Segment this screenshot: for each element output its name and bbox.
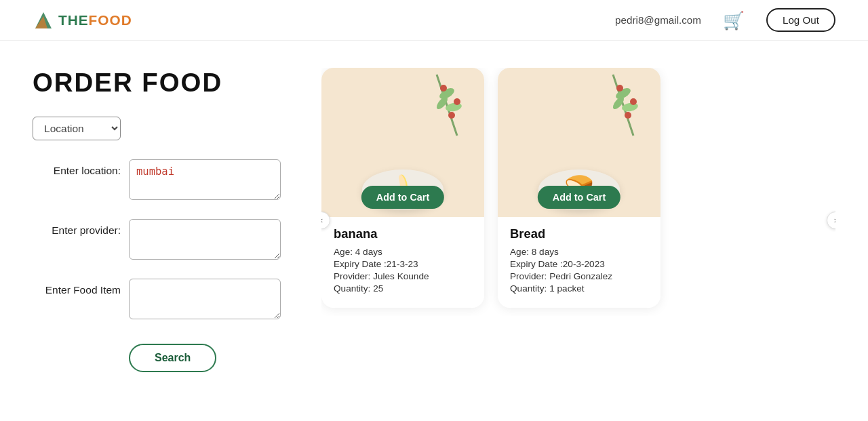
card-provider-banana: Provider: Jules Kounde — [334, 271, 472, 281]
add-to-cart-banana[interactable]: Add to Cart — [361, 186, 444, 209]
location-row: Enter location: mumbai — [33, 159, 281, 200]
add-to-cart-bread[interactable]: Add to Cart — [538, 186, 620, 209]
svg-point-15 — [625, 112, 631, 119]
svg-point-14 — [630, 98, 637, 105]
food-item-input[interactable] — [129, 279, 281, 319]
card-provider-bread: Provider: Pedri Gonzalez — [510, 271, 648, 281]
svg-point-8 — [448, 112, 455, 119]
svg-point-7 — [454, 98, 460, 105]
card-image-bread: 🍞 Add to Cart — [498, 68, 660, 217]
provider-label: Enter provider: — [33, 219, 121, 237]
card-expiry-bread: Expiry Date :20-3-2023 — [510, 259, 648, 269]
card-name-banana: banana — [334, 226, 472, 241]
location-input[interactable]: mumbai — [129, 159, 281, 200]
location-label: Enter location: — [33, 159, 121, 177]
card-age-bread: Age: 8 days — [510, 247, 648, 257]
search-button[interactable]: Search — [129, 344, 216, 372]
card-name-bread: Bread — [510, 226, 648, 241]
provider-row: Enter provider: — [33, 219, 281, 260]
left-panel: ORDER FOOD Location Mumbai Delhi Bangalo… — [33, 68, 281, 372]
user-email: pedri8@gmail.com — [615, 14, 701, 26]
cards-wrapper: 🍌 Add to Cart banana Age: 4 days Expiry … — [321, 68, 835, 316]
page-title: ORDER FOOD — [33, 68, 281, 98]
card-age-banana: Age: 4 days — [334, 247, 472, 257]
olive-branch-icon — [389, 68, 484, 163]
card-quantity-banana: Quantity: 25 — [334, 283, 472, 294]
card-image-banana: 🍌 Add to Cart — [321, 68, 484, 217]
card-expiry-banana: Expiry Date :21-3-23 — [334, 259, 472, 269]
header: THEFOOD pedri8@gmail.com 🛒 Log Out — [0, 0, 868, 41]
logout-button[interactable]: Log Out — [766, 8, 835, 32]
food-card-banana: 🍌 Add to Cart banana Age: 4 days Expiry … — [321, 68, 484, 308]
food-item-label: Enter Food Item — [33, 279, 121, 296]
card-quantity-bread: Quantity: 1 packet — [510, 283, 648, 294]
food-item-row: Enter Food Item — [33, 279, 281, 319]
cart-icon[interactable]: 🛒 — [723, 10, 745, 31]
main-content: ORDER FOOD Location Mumbai Delhi Bangalo… — [0, 41, 868, 386]
olive-branch-icon-2 — [566, 68, 660, 163]
card-info-bread: Bread Age: 8 days Expiry Date :20-3-2023… — [498, 217, 660, 308]
provider-input[interactable] — [129, 219, 281, 260]
svg-point-6 — [440, 85, 447, 92]
header-right: pedri8@gmail.com 🛒 Log Out — [615, 8, 835, 32]
svg-point-13 — [616, 85, 623, 92]
right-panel: ‹ 🍌 Add to Cart — [321, 68, 835, 372]
logo: THEFOOD — [33, 9, 132, 31]
card-info-banana: banana Age: 4 days Expiry Date :21-3-23 … — [321, 217, 484, 308]
logo-text: THEFOOD — [58, 12, 132, 28]
logo-icon — [33, 9, 54, 31]
food-card-bread: 🍞 Add to Cart Bread Age: 8 days Expiry D… — [498, 68, 660, 308]
location-select[interactable]: Location Mumbai Delhi Bangalore — [33, 117, 121, 140]
